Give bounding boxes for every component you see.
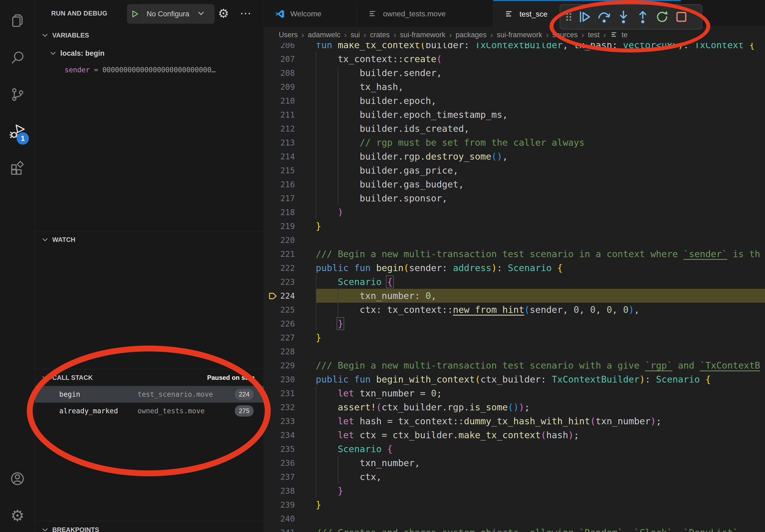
- editor-line[interactable]: 232 assert!(ctx_builder.rgp.is_some());: [264, 400, 765, 414]
- more-actions-icon[interactable]: ⋯: [240, 0, 251, 27]
- line-number[interactable]: 241: [264, 526, 316, 532]
- line-number[interactable]: 214: [264, 149, 316, 163]
- line-number[interactable]: 231: [264, 386, 316, 400]
- activity-search-icon[interactable]: [0, 39, 35, 76]
- line-number[interactable]: 234: [264, 428, 316, 442]
- step-out-button[interactable]: [633, 6, 652, 28]
- breadcrumb-item[interactable]: adamwelc: [308, 31, 341, 39]
- line-number[interactable]: 227: [264, 331, 316, 345]
- call-stack-frame[interactable]: already_markedowned_tests.move275: [35, 402, 264, 419]
- breadcrumb-item[interactable]: sui-framework: [400, 31, 445, 39]
- editor-line[interactable]: 217 builder.sponsor,: [264, 191, 765, 205]
- line-number[interactable]: 219: [264, 219, 316, 233]
- activity-source-control-icon[interactable]: [0, 76, 35, 113]
- debug-launch-dropdown[interactable]: No Configura: [127, 4, 215, 24]
- editor-line[interactable]: 208 builder.sender,: [264, 66, 765, 80]
- toolbar-drag-handle[interactable]: [563, 6, 575, 28]
- line-number[interactable]: 216: [264, 177, 316, 191]
- breadcrumb-item[interactable]: sui: [351, 31, 360, 39]
- editor-line[interactable]: 210 builder.epoch,: [264, 94, 765, 108]
- variables-section-header[interactable]: VARIABLES: [35, 27, 264, 44]
- editor-line[interactable]: 228: [264, 345, 765, 359]
- line-number[interactable]: 210: [264, 94, 316, 108]
- code-editor[interactable]: 206fun make_tx_context(builder: TxContex…: [264, 38, 765, 532]
- editor-line[interactable]: 207 tx_context::create(: [264, 52, 765, 66]
- line-number[interactable]: 237: [264, 470, 316, 484]
- breadcrumb-item[interactable]: test: [588, 31, 600, 39]
- editor-line[interactable]: 227}: [264, 331, 765, 345]
- step-over-button[interactable]: [594, 6, 614, 28]
- breadcrumb-item[interactable]: te: [622, 31, 628, 39]
- editor-line[interactable]: 215 builder.gas_price,: [264, 163, 765, 177]
- line-number[interactable]: 228: [264, 345, 316, 359]
- debug-settings-gear-icon[interactable]: ⚙: [218, 0, 229, 27]
- call-stack-section-header[interactable]: CALL STACK Paused on step: [35, 369, 264, 386]
- breakpoints-section-header[interactable]: BREAKPOINTS: [35, 521, 264, 532]
- line-number[interactable]: 215: [264, 163, 316, 177]
- editor-line[interactable]: 222public fun begin(sender: address): Sc…: [264, 261, 765, 275]
- line-number[interactable]: 235: [264, 442, 316, 456]
- line-number[interactable]: 230: [264, 372, 316, 386]
- line-number[interactable]: 239: [264, 498, 316, 512]
- line-number[interactable]: 236: [264, 456, 316, 470]
- breadcrumb-item[interactable]: sui-framework: [497, 31, 542, 39]
- editor-line[interactable]: 237 ctx,: [264, 470, 765, 484]
- line-number[interactable]: 220: [264, 233, 316, 247]
- editor-line[interactable]: 239}: [264, 498, 765, 512]
- activity-settings-gear-icon[interactable]: ⚙: [0, 497, 35, 532]
- editor-line[interactable]: 240: [264, 512, 765, 526]
- line-number[interactable]: 223: [264, 275, 316, 289]
- editor-line[interactable]: 221/// Begin a new multi-transaction tes…: [264, 247, 765, 261]
- editor-line[interactable]: 213 // rgp must be set from the caller a…: [264, 135, 765, 149]
- editor-line[interactable]: 214 builder.rgp.destroy_some(),: [264, 149, 765, 163]
- activity-extensions-icon[interactable]: [0, 150, 35, 187]
- line-number[interactable]: 233: [264, 414, 316, 428]
- editor-line[interactable]: 234 let ctx = ctx_builder.make_tx_contex…: [264, 428, 765, 442]
- editor-line[interactable]: 230public fun begin_with_context(ctx_bui…: [264, 372, 765, 386]
- editor-line[interactable]: 233 let hash = tx_context::dummy_tx_hash…: [264, 414, 765, 428]
- editor-line[interactable]: 209 tx_hash,: [264, 80, 765, 94]
- stop-button[interactable]: [672, 6, 691, 28]
- editor-line[interactable]: 229/// Begin a new multi-transaction tes…: [264, 359, 765, 372]
- line-number[interactable]: 229: [264, 359, 316, 372]
- continue-button[interactable]: [575, 6, 594, 28]
- breadcrumb-item[interactable]: packages: [456, 31, 487, 39]
- editor-line[interactable]: 231 let txn_number = 0;: [264, 386, 765, 400]
- line-number[interactable]: 207: [264, 52, 316, 66]
- editor-line[interactable]: 236 txn_number,: [264, 456, 765, 470]
- line-number[interactable]: 211: [264, 108, 316, 122]
- editor-line[interactable]: 219}: [264, 219, 765, 233]
- step-into-button[interactable]: [614, 6, 633, 28]
- editor-line[interactable]: 218 ): [264, 205, 765, 219]
- watch-section-header[interactable]: WATCH: [35, 231, 264, 248]
- editor-line[interactable]: 224 txn_number: 0,: [264, 289, 765, 303]
- breadcrumb-item[interactable]: sources: [552, 31, 578, 39]
- call-stack-frame[interactable]: begintest_scenario.move224: [35, 386, 264, 402]
- line-number[interactable]: 240: [264, 512, 316, 526]
- editor-line[interactable]: 225 ctx: tx_context::new_from_hint(sende…: [264, 303, 765, 317]
- breadcrumb-item[interactable]: Users: [279, 31, 298, 39]
- line-number[interactable]: 208: [264, 66, 316, 80]
- variables-scope-row[interactable]: locals: begin: [35, 45, 264, 62]
- start-debug-icon[interactable]: [127, 5, 143, 23]
- line-number[interactable]: 209: [264, 80, 316, 94]
- tab-owned-tests-move[interactable]: owned_tests.move: [357, 0, 493, 27]
- editor-line[interactable]: 211 builder.epoch_timestamp_ms,: [264, 108, 765, 122]
- editor-line[interactable]: 220: [264, 233, 765, 247]
- line-number[interactable]: 221: [264, 247, 316, 261]
- line-number[interactable]: 224: [264, 289, 316, 303]
- editor-line[interactable]: 212 builder.ids_created,: [264, 122, 765, 135]
- activity-files-icon[interactable]: [0, 2, 35, 39]
- line-number[interactable]: 213: [264, 135, 316, 149]
- line-number[interactable]: 225: [264, 303, 316, 317]
- line-number[interactable]: 222: [264, 261, 316, 275]
- line-number[interactable]: 238: [264, 484, 316, 498]
- line-number[interactable]: 212: [264, 122, 316, 135]
- line-number[interactable]: 217: [264, 191, 316, 205]
- tab-welcome[interactable]: Welcome: [264, 0, 357, 27]
- editor-line[interactable]: 223 Scenario {: [264, 275, 765, 289]
- editor-line[interactable]: 235 Scenario {: [264, 442, 765, 456]
- editor-line[interactable]: 241/// Creates and shares system objects…: [264, 526, 765, 532]
- activity-debug-icon[interactable]: 1: [0, 113, 35, 150]
- line-number[interactable]: 226: [264, 317, 316, 331]
